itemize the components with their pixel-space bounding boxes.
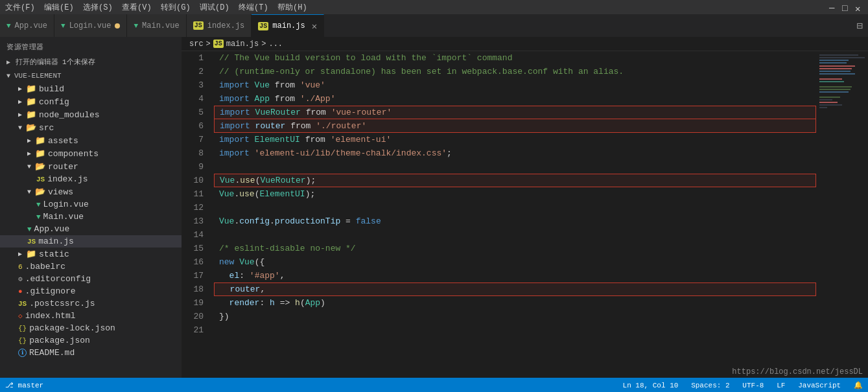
code-line-14 [214,228,816,242]
tab-label: App.vue [15,21,47,30]
sidebar-item-views[interactable]: ▼ 📂 views [0,185,182,198]
arrow-icon: ▶ [18,85,22,93]
svg-rect-10 [819,81,844,82]
tab-main-js[interactable]: JS main.js ✕ [252,14,324,37]
sidebar-item-router[interactable]: ▼ 📂 router [0,160,182,173]
tabs-bar: ▼ App.vue ▼ Login.vue ▼ Main.vue JS inde… [0,14,868,37]
maximize-btn[interactable]: □ [842,3,850,11]
title-bar: 文件(F) 编辑(E) 选择(S) 查看(V) 转到(G) 调试(D) 终端(T… [0,0,868,14]
item-label: README.md [29,348,75,358]
arrow-icon: ▼ [27,189,31,196]
arrow-icon: ▼ [18,124,22,132]
sidebar: 资源管理器 ▶ 打开的编辑器 1个未保存 ▼ VUE-ELEMENT ▶ 📁 b… [0,37,182,378]
code-line-17: el: '#app', [214,269,816,282]
sidebar-item-router-index[interactable]: JS index.js [0,173,182,185]
code-line-12 [214,201,816,214]
tab-main-vue[interactable]: ▼ Main.vue [127,14,186,37]
item-label: package-lock.json [29,323,115,333]
json-icon: {} [18,337,27,345]
line-num: 9 [182,160,204,174]
breadcrumb-sep2: > [261,40,266,49]
sidebar-item-node-modules[interactable]: ▶ 📁 node_modules [0,108,182,121]
item-label: assets [48,136,78,146]
line-num: 7 [182,133,204,146]
item-label: Main.vue [43,212,84,222]
vue-icon: ▼ [6,22,11,30]
window-controls: ─ □ ✕ [829,3,863,11]
line-numbers: 1 2 3 4 5 6 7 8 9 10 11 12 13 14 15 16 1… [182,51,214,378]
folder-icon: 📁 [26,249,36,259]
sidebar-item-editorconfig[interactable]: ⚙ .editorconfig [0,273,182,285]
split-editor-btn[interactable]: ⊟ [851,14,868,37]
tab-app-vue[interactable]: ▼ App.vue [0,14,54,37]
svg-rect-12 [819,89,850,90]
line-num: 15 [182,242,204,255]
code-line-18: router, [214,282,816,296]
editor: 1 2 3 4 5 6 7 8 9 10 11 12 13 14 15 16 1… [182,51,868,378]
sidebar-item-assets[interactable]: ▶ 📁 assets [0,134,182,147]
sidebar-item-postcssrc[interactable]: JS .postcssrc.js [0,297,182,310]
svg-rect-17 [819,104,842,106]
svg-rect-5 [819,65,855,67]
minimap-svg [816,51,868,378]
tab-index-js[interactable]: JS index.js [187,14,252,37]
tab-close-btn[interactable]: ✕ [312,21,317,32]
root-title[interactable]: ▼ VUE-ELEMENT [0,69,182,82]
close-btn[interactable]: ✕ [855,3,863,11]
item-label: package.json [29,336,90,345]
sidebar-item-static[interactable]: ▶ 📁 static [0,248,182,260]
sidebar-item-gitignore[interactable]: ● .gitignore [0,285,182,297]
git-icon: ● [18,288,23,295]
sidebar-item-main-vue[interactable]: ▼ Main.vue [0,211,182,223]
tab-login-vue[interactable]: ▼ Login.vue [54,14,127,37]
sidebar-item-main-js[interactable]: JS main.js [0,235,182,248]
sidebar-item-package-lock[interactable]: {} package-lock.json [0,322,182,334]
svg-rect-18 [819,107,827,108]
explorer-title[interactable]: 资源管理器 [0,37,182,54]
minimize-btn[interactable]: ─ [829,3,837,11]
code-line-13: Vue.config.productionTip = false [214,214,816,228]
item-label: index.js [47,174,88,184]
sidebar-item-package-json[interactable]: {} package.json [0,334,182,347]
info-icon: ℹ [18,349,27,357]
code-line-15: /* eslint-disable no-new */ [214,242,816,255]
code-area[interactable]: // The Vue build version to load with th… [214,51,816,378]
svg-rect-4 [819,62,847,63]
sidebar-item-components[interactable]: ▶ 📁 components [0,147,182,160]
code-line-1: // The Vue build version to load with th… [214,51,816,65]
code-line-9 [214,160,816,174]
sidebar-item-login-vue[interactable]: ▼ Login.vue [0,198,182,211]
breadcrumb: src > JS main.js > ... [182,37,868,51]
svg-rect-16 [819,102,838,103]
sidebar-item-config[interactable]: ▶ 📁 config [0,95,182,108]
minimap [816,51,868,378]
sidebar-item-readme[interactable]: ℹ README.md [0,347,182,359]
babel-icon: 6 [18,263,23,271]
sidebar-item-build[interactable]: ▶ 📁 build [0,82,182,95]
breadcrumb-sep1: > [206,40,211,49]
sidebar-item-babelrc[interactable]: 6 .babelrc [0,260,182,273]
item-label: App.vue [34,224,70,234]
line-num: 10 [182,174,204,187]
item-label: static [39,249,69,259]
html-icon: ◇ [18,312,23,320]
vue-icon: ▼ [61,22,65,30]
sidebar-item-app-vue[interactable]: ▼ App.vue [0,223,182,235]
arrow-icon: ▶ [18,250,22,258]
sidebar-item-src[interactable]: ▼ 📂 src [0,121,182,134]
line-num: 8 [182,146,204,160]
svg-rect-1 [819,54,858,56]
svg-rect-2 [819,57,865,58]
line-num: 11 [182,187,204,201]
svg-rect-15 [819,99,832,100]
svg-rect-13 [819,91,849,93]
root-label: VUE-ELEMENT [14,72,62,80]
sidebar-item-index-html[interactable]: ◇ index.html [0,310,182,322]
code-line-11: Vue.use(ElementUI); [214,187,816,201]
folder-icon: 📂 [35,161,45,172]
item-label: node_modules [39,110,100,120]
open-editors-title[interactable]: ▶ 打开的编辑器 1个未保存 [0,54,182,69]
watermark: https://blog.csdn.net/jessDL [732,367,863,376]
line-num: 16 [182,255,204,269]
tab-label: Main.vue [142,21,180,30]
